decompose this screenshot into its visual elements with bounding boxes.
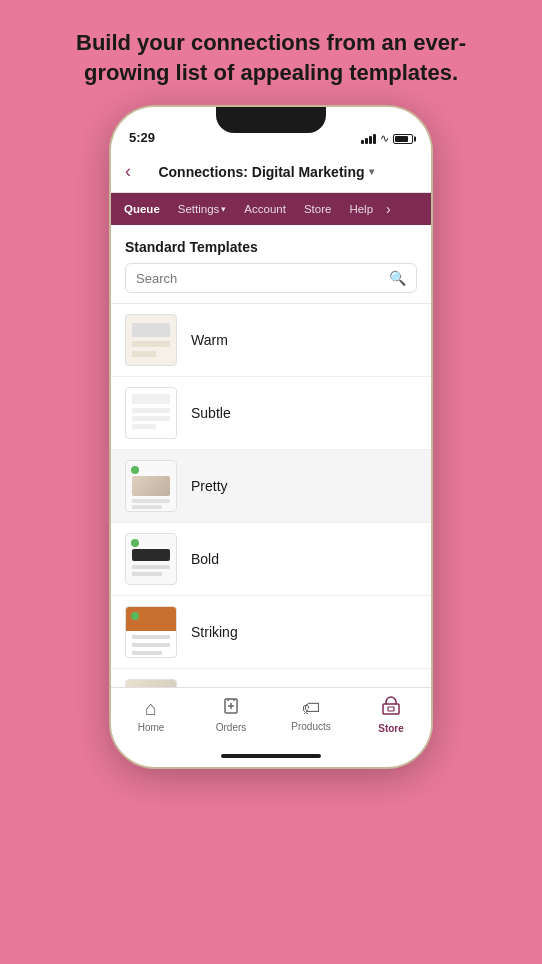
template-item-pretty[interactable]: Pretty [111, 450, 431, 523]
template-name-bold: Bold [191, 551, 219, 567]
app-content: ‹ Connections: Digital Marketing ▾ Queue… [111, 151, 431, 745]
battery-fill [395, 136, 408, 142]
nav-more-button[interactable]: › [382, 193, 395, 225]
back-button[interactable]: ‹ [125, 161, 131, 182]
phone-shell: 5:29 ∿ ‹ Connections: Digital Marketing … [111, 107, 431, 767]
nav-tabs: Queue Settings ▾ Account Store Help › [111, 193, 431, 225]
home-icon: ⌂ [145, 697, 157, 720]
section-title: Standard Templates [111, 225, 431, 263]
tab-settings[interactable]: Settings ▾ [169, 195, 236, 223]
status-time: 5:29 [129, 130, 155, 145]
signal-bar-2 [365, 138, 368, 144]
status-icons: ∿ [361, 132, 413, 145]
template-name-warm: Warm [191, 332, 228, 348]
search-bar: 🔍 [125, 263, 417, 293]
template-thumbnail-striking [125, 606, 177, 658]
tab-account[interactable]: Account [235, 195, 295, 223]
tab-store[interactable]: Store [295, 195, 341, 223]
search-container: 🔍 [111, 263, 431, 303]
page-content: Standard Templates 🔍 Warm [111, 225, 431, 687]
wifi-icon: ∿ [380, 132, 389, 145]
template-thumbnail-pretty [125, 460, 177, 512]
search-icon[interactable]: 🔍 [389, 270, 406, 286]
template-name-striking: Striking [191, 624, 238, 640]
bottom-nav: ⌂ Home Orders 🏷 Products [111, 687, 431, 745]
bottom-nav-orders[interactable]: Orders [191, 696, 271, 733]
bottom-nav-store[interactable]: Store [351, 696, 431, 734]
tab-help[interactable]: Help [340, 195, 382, 223]
battery-icon [393, 134, 413, 144]
bottom-nav-home[interactable]: ⌂ Home [111, 697, 191, 733]
template-thumbnail-bold [125, 533, 177, 585]
headline: Build your connections from an ever-grow… [46, 0, 496, 107]
products-label: Products [291, 721, 330, 732]
bottom-nav-products[interactable]: 🏷 Products [271, 698, 351, 732]
template-thumbnail-subtle [125, 387, 177, 439]
svg-rect-2 [388, 707, 394, 711]
tab-queue[interactable]: Queue [115, 195, 169, 223]
template-item-warm[interactable]: Warm [111, 304, 431, 377]
template-item-striking[interactable]: Striking [111, 596, 431, 669]
home-label: Home [138, 722, 165, 733]
home-indicator [111, 745, 431, 767]
store-label: Store [378, 723, 404, 734]
signal-bar-4 [373, 134, 376, 144]
app-header: ‹ Connections: Digital Marketing ▾ [111, 151, 431, 193]
orders-icon [221, 696, 241, 720]
header-title: Connections: Digital Marketing ▾ [139, 164, 393, 180]
template-item-stong[interactable]: Stong [111, 669, 431, 687]
template-thumbnail-warm [125, 314, 177, 366]
search-input[interactable] [136, 271, 389, 286]
products-icon: 🏷 [302, 698, 320, 719]
settings-dropdown-icon: ▾ [221, 204, 226, 214]
template-item-bold[interactable]: Bold [111, 523, 431, 596]
signal-bar-3 [369, 136, 372, 144]
header-dropdown-icon[interactable]: ▾ [369, 166, 374, 177]
template-name-subtle: Subtle [191, 405, 231, 421]
header-title-text: Connections: Digital Marketing [158, 164, 364, 180]
phone-notch [216, 107, 326, 133]
template-name-pretty: Pretty [191, 478, 228, 494]
signal-bars [361, 134, 376, 144]
template-thumbnail-stong [125, 679, 177, 687]
template-list: Warm Subtle [111, 303, 431, 687]
orders-label: Orders [216, 722, 247, 733]
signal-bar-1 [361, 140, 364, 144]
home-indicator-bar [221, 754, 321, 758]
template-item-subtle[interactable]: Subtle [111, 377, 431, 450]
svg-rect-1 [383, 704, 399, 714]
store-icon [381, 696, 401, 721]
